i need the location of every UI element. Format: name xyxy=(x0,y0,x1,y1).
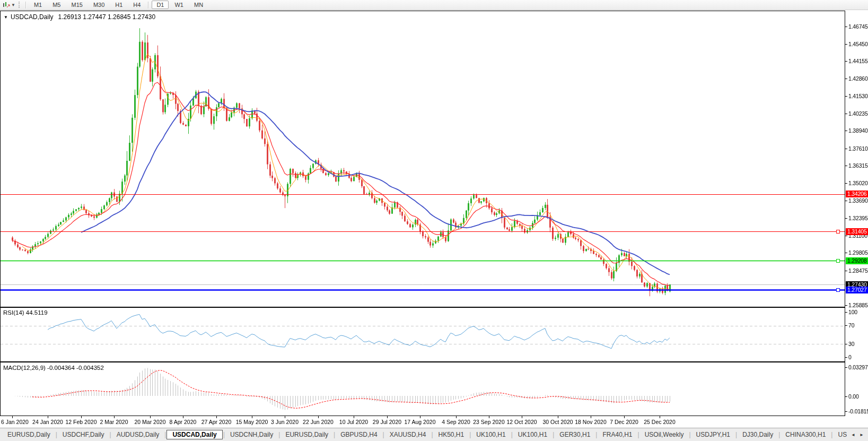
tab-separator: | xyxy=(223,431,225,438)
date-axis-tick xyxy=(318,416,319,418)
price-axis-tick xyxy=(845,236,847,236)
price-axis-tick xyxy=(845,271,847,271)
collapse-triangle-icon[interactable]: ▼ xyxy=(4,15,8,20)
tab-scroll-left-button[interactable]: ◄ xyxy=(851,433,855,437)
timeframe-button-m5[interactable]: M5 xyxy=(48,1,65,9)
timeframe-button-m30[interactable]: M30 xyxy=(89,1,109,9)
rsi-axis-label: 70 xyxy=(848,322,854,328)
date-axis-tick xyxy=(420,416,420,418)
tab-separator: | xyxy=(164,431,166,438)
date-axis-tick xyxy=(216,416,217,418)
tab-usdcnh-daily[interactable]: USDCNH,Daily xyxy=(225,430,278,439)
price-axis-tick-label: 1.25885 xyxy=(848,302,868,308)
date-axis-tick xyxy=(456,416,457,418)
date-axis-tick xyxy=(660,416,660,418)
tab-separator: | xyxy=(595,431,597,438)
date-axis-tick xyxy=(114,416,115,418)
price-axis-tick xyxy=(845,166,847,166)
tab-eurusd-daily[interactable]: EURUSD,Daily xyxy=(280,430,333,439)
price-axis-tick xyxy=(845,61,847,62)
price-axis-tick-label: 1.45450 xyxy=(848,41,868,47)
price-axis-tick-label: 1.37610 xyxy=(848,145,868,152)
tab-china300-h1[interactable]: CHINA300,H1 xyxy=(781,430,830,439)
timeframe-buttons-group: M1M5M15M30H1H4D1W1MN xyxy=(29,1,208,9)
date-axis-tick xyxy=(150,416,151,418)
rsi-axis-label: 100 xyxy=(848,309,857,315)
date-axis-tick xyxy=(183,416,183,418)
tab-audusd-daily[interactable]: AUDUSD,Daily xyxy=(112,430,164,439)
price-axis-tick xyxy=(845,149,847,149)
tab-separator: | xyxy=(831,431,832,438)
date-axis-tick xyxy=(285,416,285,418)
tab-usoil-weekly[interactable]: USOil,Weekly xyxy=(640,430,689,439)
tab-uk100-h1[interactable]: UK100,H1 xyxy=(513,430,552,439)
caret-down-icon[interactable]: ▼ xyxy=(11,3,15,7)
timeframe-toolbar: ▼ M1M5M15M30H1H4D1W1MN xyxy=(0,0,868,10)
chart-tool-icon[interactable] xyxy=(1,1,11,8)
tab-gbpusd-h4[interactable]: GBPUSD,H4 xyxy=(336,430,382,439)
tab-scroll-right-button[interactable]: ► xyxy=(860,433,864,437)
rsi-axis-tick xyxy=(845,357,847,358)
tab-separator: | xyxy=(511,431,513,438)
date-axis-tick xyxy=(624,416,625,418)
tab-fra40-h1[interactable]: FRA40,H1 xyxy=(598,430,637,439)
price-axis-tick-label: 1.46745 xyxy=(848,23,868,30)
date-axis-tick xyxy=(591,416,591,418)
macd-axis-label: 0.032972 xyxy=(848,364,868,370)
price-axis-tick-label: 1.41530 xyxy=(848,93,868,99)
tab-uk100-h1[interactable]: UK100,H1 xyxy=(471,430,510,439)
rsi-axis-label: 0 xyxy=(848,354,852,360)
timeframe-button-h1[interactable]: H1 xyxy=(110,1,127,9)
date-axis-tick xyxy=(387,416,388,418)
price-axis-tick-label: 1.32395 xyxy=(848,215,868,221)
tab-ger30-h1[interactable]: GER30,H1 xyxy=(555,430,595,439)
tab-xauusd-h4[interactable]: XAUUSD,H4 xyxy=(385,430,431,439)
toolbar-separator xyxy=(25,2,27,8)
price-axis-tick-label: 1.36315 xyxy=(848,162,868,169)
tab-eurusd-daily[interactable]: EURUSD,Daily xyxy=(3,430,55,439)
rsi-axis-tick xyxy=(845,312,847,313)
timeframe-button-m15[interactable]: M15 xyxy=(66,1,87,9)
chart-ohlc-values: 1.26913 1.27447 1.26845 1.27430 xyxy=(58,13,156,21)
price-axis-tick xyxy=(845,183,847,184)
price-axis-tick xyxy=(845,44,847,45)
macd-axis-tick xyxy=(845,396,847,397)
tab-separator: | xyxy=(735,431,737,438)
price-axis-tick-label: 1.29805 xyxy=(848,249,868,256)
timeframe-button-h4[interactable]: H4 xyxy=(128,1,145,9)
timeframe-button-mn[interactable]: MN xyxy=(189,1,208,9)
macd-axis-tick xyxy=(845,411,847,412)
tab-separator: | xyxy=(56,431,57,438)
price-level-badge: 1.34206 xyxy=(846,191,868,197)
tab-usdchf-daily[interactable]: USDCHF,Daily xyxy=(58,430,109,439)
date-axis-tick xyxy=(522,416,522,418)
tab-separator: | xyxy=(469,431,471,438)
price-axis-tick xyxy=(845,131,847,131)
tab-separator: | xyxy=(689,431,690,438)
chart-canvas[interactable] xyxy=(0,0,868,441)
tab-separator: | xyxy=(278,431,280,438)
date-axis-tick xyxy=(81,416,82,418)
price-axis-tick-label: 1.33690 xyxy=(848,197,868,204)
timeframe-button-w1[interactable]: W1 xyxy=(170,1,188,9)
tab-usdcad-daily[interactable]: USDCAD,Daily xyxy=(166,430,222,439)
price-axis-tick xyxy=(845,96,847,97)
tab-scroll-buttons: ◄ ► xyxy=(847,428,868,441)
price-axis-tick xyxy=(845,201,847,201)
tab-usdjpy-h1[interactable]: USDJPY,H1 xyxy=(691,430,735,439)
macd-indicator-label: MACD(12,26,9) -0.004364 -0.004352 xyxy=(3,365,104,371)
timeframe-button-m1[interactable]: M1 xyxy=(29,1,47,9)
date-axis-tick xyxy=(252,416,252,418)
tab-hk50-h1[interactable]: HK50,H1 xyxy=(434,430,469,439)
chart-tab-bar: EURUSD,Daily|USDCHF,Daily|AUDUSD,Daily|U… xyxy=(0,428,868,441)
price-axis-tick-label: 1.42860 xyxy=(848,75,868,82)
date-axis-tick xyxy=(489,416,489,418)
tab-separator: | xyxy=(553,431,554,438)
macd-axis-tick xyxy=(845,367,847,368)
tab-dj30-daily[interactable]: DJ30,Daily xyxy=(738,430,778,439)
tab-separator: | xyxy=(334,431,335,438)
rsi-axis-tick xyxy=(845,344,847,344)
price-level-badge: 1.27027 xyxy=(846,287,868,293)
macd-axis-label: -0.018154 xyxy=(848,408,868,414)
timeframe-button-d1[interactable]: D1 xyxy=(152,1,169,9)
